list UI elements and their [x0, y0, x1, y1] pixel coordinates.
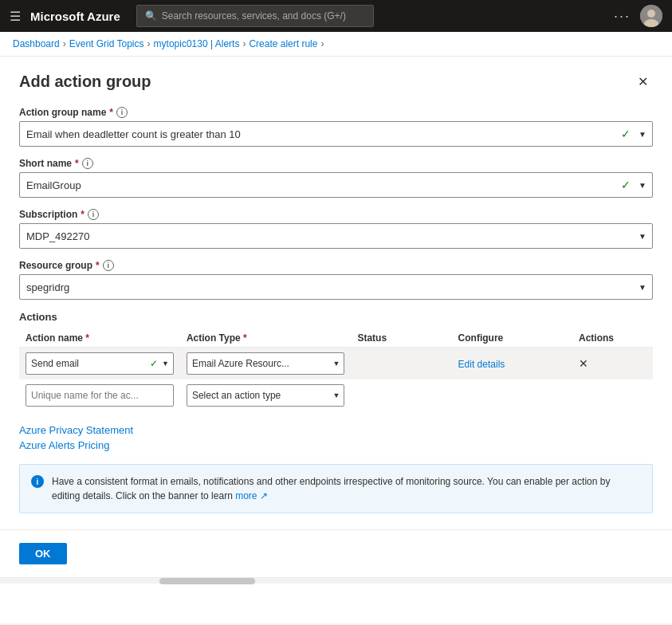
- short-name-input[interactable]: [19, 172, 653, 198]
- hamburger-icon[interactable]: ☰: [10, 9, 21, 24]
- table-row-new: Select an action type Email Azure Resour…: [19, 379, 653, 411]
- action-type-select-wrapper: Email Azure Resourc... ▼: [187, 352, 345, 375]
- subscription-group: Subscription * i MDP_492270 ▼: [19, 209, 653, 249]
- info-box: i Have a consistent format in emails, no…: [19, 464, 653, 513]
- info-box-text: Have a consistent format in emails, noti…: [52, 474, 641, 503]
- resource-group-wrapper: spegridrg ▼: [19, 274, 653, 300]
- breadcrumb: Dashboard › Event Grid Topics › mytopic0…: [0, 32, 672, 57]
- new-action-type-wrapper: Select an action type Email Azure Resour…: [187, 384, 345, 407]
- actions-section: Actions Action name *: [19, 311, 653, 411]
- action-group-name-input[interactable]: [19, 121, 653, 147]
- breadcrumb-alerts[interactable]: mytopic0130 | Alerts: [154, 38, 240, 49]
- alerts-pricing-link[interactable]: Azure Alerts Pricing: [19, 439, 653, 451]
- table-row: Send email ✓ ▼ Email Azure Resourc...: [19, 348, 653, 380]
- col-header-actions: Actions: [572, 329, 653, 348]
- action-group-name-wrapper: ✓ ▼: [19, 121, 653, 147]
- new-action-name-cell: [19, 379, 180, 411]
- resource-group-required: *: [96, 260, 100, 271]
- col-header-status: Status: [351, 329, 451, 348]
- actions-table: Action name * Action Type * Status Confi…: [19, 329, 653, 411]
- info-box-learn-more-link[interactable]: more ↗: [235, 490, 268, 501]
- search-icon: 🔍: [145, 10, 157, 22]
- status-cell: [351, 348, 451, 380]
- panel: Add action group ✕ Action group name * i…: [0, 57, 672, 529]
- scrollbar-thumb[interactable]: [159, 578, 255, 584]
- action-type-select[interactable]: Email Azure Resourc...: [187, 352, 345, 375]
- scrollbar[interactable]: [0, 577, 672, 584]
- links-section: Azure Privacy Statement Azure Alerts Pri…: [19, 424, 653, 451]
- new-action-type-select[interactable]: Select an action type Email Azure Resour…: [187, 384, 345, 407]
- avatar[interactable]: [640, 5, 662, 27]
- new-configure-cell: [452, 379, 572, 411]
- delete-cell: ✕: [572, 348, 653, 380]
- ok-button[interactable]: OK: [19, 543, 67, 564]
- col-header-configure: Configure: [452, 329, 572, 348]
- breadcrumb-sep-4: ›: [320, 38, 324, 49]
- close-button[interactable]: ✕: [633, 73, 653, 91]
- action-name-select[interactable]: Send email: [26, 352, 174, 375]
- short-name-required: *: [75, 158, 79, 169]
- subscription-select[interactable]: MDP_492270: [19, 223, 653, 249]
- required-star: *: [109, 107, 113, 118]
- breadcrumb-event-grid[interactable]: Event Grid Topics: [69, 38, 144, 49]
- configure-cell: Edit details: [452, 348, 572, 380]
- action-name-select-wrapper: Send email ✓ ▼: [26, 352, 174, 375]
- breadcrumb-sep-3: ›: [242, 38, 246, 49]
- svg-point-1: [647, 10, 655, 18]
- short-name-info-icon[interactable]: i: [82, 158, 93, 169]
- delete-row-button[interactable]: ✕: [579, 357, 588, 370]
- short-name-wrapper: ✓ ▼: [19, 172, 653, 198]
- col-header-action-type: Action Type *: [180, 329, 352, 348]
- top-nav: ☰ Microsoft Azure 🔍 Search resources, se…: [0, 0, 672, 32]
- col-header-action-name: Action name *: [19, 329, 180, 348]
- privacy-statement-link[interactable]: Azure Privacy Statement: [19, 424, 653, 436]
- more-options-icon[interactable]: ···: [614, 8, 631, 25]
- breadcrumb-create-rule[interactable]: Create alert rule: [249, 38, 317, 49]
- subscription-label: Subscription * i: [19, 209, 653, 220]
- info-box-icon: i: [31, 475, 44, 488]
- action-group-name-group: Action group name * i ✓ ▼: [19, 107, 653, 147]
- subscription-info-icon[interactable]: i: [88, 209, 99, 220]
- subscription-required: *: [81, 209, 84, 220]
- search-placeholder: Search resources, services, and docs (G+…: [162, 10, 346, 22]
- breadcrumb-dashboard[interactable]: Dashboard: [13, 38, 60, 49]
- resource-group-group: Resource group * i spegridrg ▼: [19, 260, 653, 300]
- breadcrumb-sep-1: ›: [63, 38, 66, 49]
- main-content: Add action group ✕ Action group name * i…: [0, 57, 672, 623]
- new-status-cell: [351, 379, 451, 411]
- action-group-name-label: Action group name * i: [19, 107, 653, 118]
- short-name-group: Short name * i ✓ ▼: [19, 158, 653, 198]
- bottom-bar: OK: [0, 529, 672, 577]
- resource-group-label: Resource group * i: [19, 260, 653, 271]
- new-action-type-cell: Select an action type Email Azure Resour…: [180, 379, 352, 411]
- action-name-cell: Send email ✓ ▼: [19, 348, 180, 380]
- short-name-label: Short name * i: [19, 158, 653, 169]
- action-group-name-check-icon: ✓: [621, 128, 631, 140]
- brand-label: Microsoft Azure: [30, 10, 120, 23]
- action-group-name-info-icon[interactable]: i: [116, 107, 128, 118]
- resource-group-select[interactable]: spegridrg: [19, 274, 653, 300]
- panel-header: Add action group ✕: [19, 73, 653, 91]
- subscription-wrapper: MDP_492270 ▼: [19, 223, 653, 249]
- new-action-name-input[interactable]: [26, 384, 174, 407]
- panel-title: Add action group: [19, 73, 151, 91]
- breadcrumb-sep-2: ›: [147, 38, 151, 49]
- short-name-check-icon: ✓: [621, 179, 631, 191]
- search-box[interactable]: 🔍 Search resources, services, and docs (…: [136, 5, 375, 27]
- resource-group-info-icon[interactable]: i: [103, 260, 114, 271]
- action-type-cell: Email Azure Resourc... ▼: [180, 348, 352, 380]
- new-delete-cell: [572, 379, 653, 411]
- edit-details-link[interactable]: Edit details: [458, 359, 505, 370]
- actions-section-label: Actions: [19, 311, 653, 323]
